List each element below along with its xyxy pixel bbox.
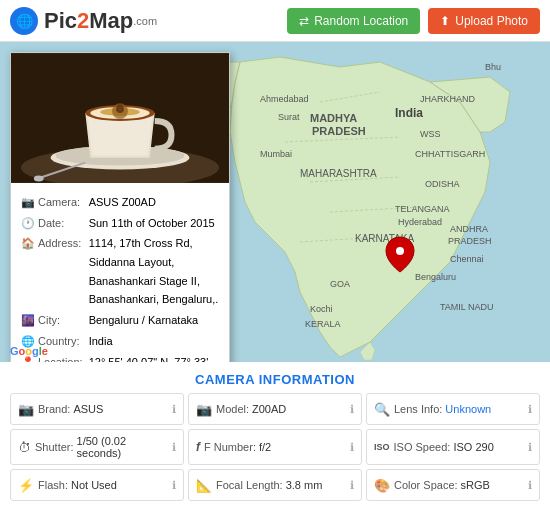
- svg-text:PRADESH: PRADESH: [448, 236, 492, 246]
- color-space-info-icon[interactable]: ℹ: [528, 479, 532, 492]
- logo-text: Pic: [44, 8, 77, 34]
- header-buttons: ⇄ Random Location ⬆ Upload Photo: [287, 8, 540, 34]
- svg-text:Chennai: Chennai: [450, 254, 484, 264]
- model-info-icon[interactable]: ℹ: [350, 403, 354, 416]
- brand-cell: 📷 Brand: ASUS ℹ: [10, 393, 184, 425]
- svg-text:ANDHRA: ANDHRA: [450, 224, 488, 234]
- logo: 🌐 Pic2Map.com: [10, 7, 157, 35]
- svg-text:TELANGANA: TELANGANA: [395, 204, 450, 214]
- svg-text:GOA: GOA: [330, 279, 350, 289]
- focal-length-icon: 📐: [196, 478, 212, 493]
- upload-photo-button[interactable]: ⬆ Upload Photo: [428, 8, 540, 34]
- svg-text:PRADESH: PRADESH: [312, 125, 366, 137]
- svg-point-43: [34, 175, 44, 181]
- iso-cell: ISO ISO Speed: ISO 290 ℹ: [366, 429, 540, 465]
- random-location-button[interactable]: ⇄ Random Location: [287, 8, 420, 34]
- fnumber-cell: f F Number: f/2 ℹ: [188, 429, 362, 465]
- lens-info-cell: 🔍 Lens Info: Unknown ℹ: [366, 393, 540, 425]
- fnumber-info-icon[interactable]: ℹ: [350, 441, 354, 454]
- svg-text:MAHARASHTRA: MAHARASHTRA: [300, 168, 377, 179]
- svg-text:Bengaluru: Bengaluru: [415, 272, 456, 282]
- svg-text:Surat: Surat: [278, 112, 300, 122]
- model-icon: 📷: [196, 402, 212, 417]
- google-logo: Google: [10, 345, 48, 357]
- svg-text:WSS: WSS: [420, 129, 441, 139]
- iso-info-icon[interactable]: ℹ: [528, 441, 532, 454]
- iso-icon: ISO: [374, 442, 390, 452]
- fnumber-icon: f: [196, 440, 200, 454]
- svg-text:Mumbai: Mumbai: [260, 149, 292, 159]
- svg-text:Hyderabad: Hyderabad: [398, 217, 442, 227]
- coffee-photo: [11, 53, 229, 183]
- shutter-info-icon[interactable]: ℹ: [172, 441, 176, 454]
- shutter-icon: ⏱: [18, 440, 31, 455]
- svg-text:KERALA: KERALA: [305, 319, 341, 329]
- svg-point-32: [396, 247, 404, 255]
- svg-text:Kochi: Kochi: [310, 304, 333, 314]
- svg-point-41: [116, 105, 124, 113]
- map-area[interactable]: MADHYA PRADESH India Oman Ahmedabad Sura…: [0, 42, 550, 362]
- flash-icon: ⚡: [18, 478, 34, 493]
- svg-text:ODISHA: ODISHA: [425, 179, 460, 189]
- svg-text:CHHATTISGARH: CHHATTISGARH: [415, 149, 485, 159]
- svg-text:Ahmedabad: Ahmedabad: [260, 94, 309, 104]
- brand-icon: 📷: [18, 402, 34, 417]
- model-cell: 📷 Model: Z00AD ℹ: [188, 393, 362, 425]
- lens-icon: 🔍: [374, 402, 390, 417]
- random-icon: ⇄: [299, 14, 309, 28]
- camera-section: CAMERA INFORMATION 📷 Brand: ASUS ℹ 📷 Mod…: [0, 362, 550, 507]
- focal-length-cell: 📐 Focal Length: 3.8 mm ℹ: [188, 469, 362, 501]
- focal-length-info-icon[interactable]: ℹ: [350, 479, 354, 492]
- photo-info: 📷Camera: ASUS Z00AD 🕐Date: Sun 11th of O…: [11, 183, 229, 362]
- flash-info-icon[interactable]: ℹ: [172, 479, 176, 492]
- lens-info-icon[interactable]: ℹ: [528, 403, 532, 416]
- brand-info-icon[interactable]: ℹ: [172, 403, 176, 416]
- header: 🌐 Pic2Map.com ⇄ Random Location ⬆ Upload…: [0, 0, 550, 42]
- photo-card: 📷Camera: ASUS Z00AD 🕐Date: Sun 11th of O…: [10, 52, 230, 362]
- svg-text:India: India: [395, 106, 423, 120]
- camera-info-grid: 📷 Brand: ASUS ℹ 📷 Model: Z00AD ℹ 🔍 Lens …: [10, 393, 540, 501]
- svg-text:TAMIL NADU: TAMIL NADU: [440, 302, 494, 312]
- flash-cell: ⚡ Flash: Not Used ℹ: [10, 469, 184, 501]
- upload-icon: ⬆: [440, 14, 450, 28]
- svg-text:Bhu: Bhu: [485, 62, 501, 72]
- logo-globe-icon: 🌐: [10, 7, 38, 35]
- color-space-cell: 🎨 Color Space: sRGB ℹ: [366, 469, 540, 501]
- shutter-cell: ⏱ Shutter: 1/50 (0.02 seconds) ℹ: [10, 429, 184, 465]
- svg-text:JHARKHAND: JHARKHAND: [420, 94, 476, 104]
- color-space-icon: 🎨: [374, 478, 390, 493]
- svg-text:MADHYA: MADHYA: [310, 112, 357, 124]
- camera-section-title: CAMERA INFORMATION: [10, 368, 540, 393]
